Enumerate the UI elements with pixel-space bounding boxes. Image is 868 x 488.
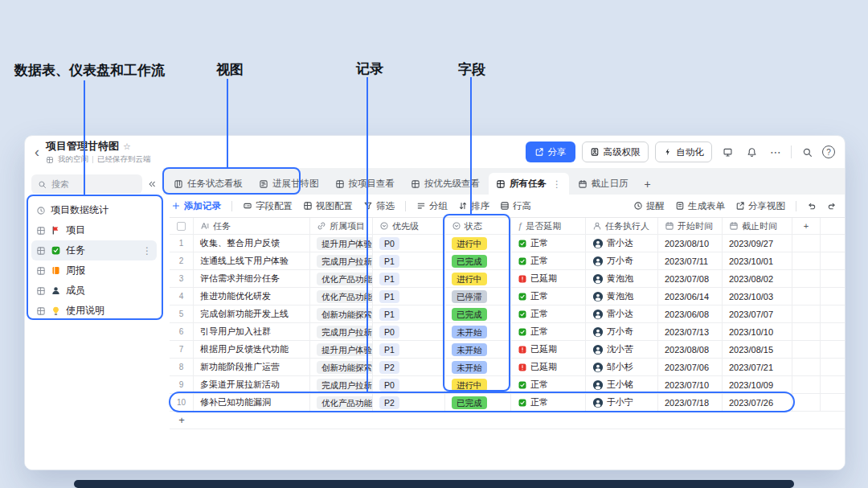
row-number[interactable]: 10 — [170, 394, 194, 411]
row-number[interactable]: 5 — [170, 306, 194, 322]
delayed-cell[interactable]: 正常 — [511, 394, 586, 411]
delayed-cell[interactable]: 正常 — [511, 306, 586, 322]
column-header-project[interactable]: 所属项目 — [310, 218, 373, 234]
toolbar-add-record[interactable]: 添加记录 — [171, 200, 221, 212]
row-number[interactable]: 6 — [170, 323, 194, 340]
toolbar-group[interactable]: 分组 — [416, 200, 448, 212]
task-cell[interactable]: 完成创新功能开发上线 — [194, 306, 310, 322]
project-cell[interactable]: 优化产品功能 — [310, 288, 373, 305]
add-view-button[interactable]: + — [637, 173, 658, 195]
view-tab-kanban[interactable]: 任务状态看板 — [166, 173, 250, 195]
end-date-cell[interactable]: 2023/08/15 — [723, 341, 792, 358]
status-cell[interactable]: 已完成 — [445, 252, 511, 269]
table-row[interactable]: 6引导用户加入社群完成用户拉新P0未开始正常万小奇2023/07/132023/… — [170, 323, 845, 341]
toolbar-row-height[interactable]: 行高 — [500, 200, 531, 212]
table-row[interactable]: 4推进功能优化研发优化产品功能P1已停滞正常黄泡泡2023/06/142023/… — [170, 288, 845, 306]
table-row[interactable]: 10修补已知功能漏洞优化产品功能P2已完成正常于小宁2023/07/182023… — [170, 394, 845, 412]
project-cell[interactable]: 创新功能探索 — [310, 306, 373, 322]
more-icon[interactable]: ⋮ — [142, 245, 152, 256]
select-all-cell[interactable] — [170, 218, 194, 234]
more-icon[interactable]: ⋮ — [552, 178, 562, 190]
status-cell[interactable]: 进行中 — [445, 235, 511, 252]
status-cell[interactable]: 已完成 — [445, 394, 511, 411]
start-date-cell[interactable]: 2023/08/10 — [658, 235, 723, 252]
status-cell[interactable]: 已完成 — [445, 306, 511, 322]
project-cell[interactable]: 提升用户体验 — [310, 235, 373, 252]
end-date-cell[interactable]: 2023/10/01 — [723, 252, 792, 269]
row-number[interactable]: 3 — [170, 270, 194, 287]
project-cell[interactable]: 完成用户拉新 — [310, 323, 373, 340]
table-row[interactable]: 8新功能阶段推广运营创新功能探索P2未开始已延期邹小杉2023/07/06202… — [170, 359, 845, 376]
share-button[interactable]: 分享 — [526, 141, 575, 162]
row-number[interactable]: 1 — [170, 235, 194, 252]
end-date-cell[interactable]: 2023/10/03 — [723, 288, 792, 305]
task-cell[interactable]: 新功能阶段推广运营 — [194, 359, 310, 375]
table-row[interactable]: 3评估需求并细分任务优化产品功能P1进行中已延期黄泡泡2023/07/08202… — [170, 270, 845, 288]
priority-cell[interactable]: P0 — [373, 235, 445, 252]
toolbar-generate-form[interactable]: 生成表单 — [675, 200, 725, 212]
help-icon[interactable]: ? — [822, 146, 835, 158]
end-date-cell[interactable]: 2023/08/02 — [723, 270, 792, 287]
delayed-cell[interactable]: 正常 — [511, 252, 586, 269]
table-row[interactable]: 9多渠道开展拉新活动完成用户拉新P0进行中正常王小铭2023/07/102023… — [170, 376, 845, 394]
delayed-cell[interactable]: 正常 — [511, 288, 586, 305]
start-date-cell[interactable]: 2023/06/14 — [658, 288, 723, 305]
column-header-end[interactable]: 截止时间 — [723, 218, 792, 234]
view-tab-by-priority[interactable]: 按优先级查看 — [403, 173, 487, 195]
sidebar-item-tasks[interactable]: 任务⋮ — [31, 240, 157, 260]
project-cell[interactable]: 完成用户拉新 — [310, 252, 373, 269]
task-cell[interactable]: 连通线上线下用户体验 — [194, 252, 310, 269]
start-date-cell[interactable]: 2023/07/18 — [658, 394, 723, 411]
start-date-cell[interactable]: 2023/07/11 — [658, 252, 723, 269]
assignee-cell[interactable]: 黄泡泡 — [586, 288, 658, 305]
toolbar-remind[interactable]: 提醒 — [633, 200, 665, 212]
sidebar-item-guide[interactable]: 使用说明 — [31, 301, 157, 321]
table-row[interactable]: 5完成创新功能开发上线创新功能探索P1已完成正常雷小达2023/06/08202… — [170, 306, 845, 323]
project-cell[interactable]: 优化产品功能 — [310, 394, 373, 411]
start-date-cell[interactable]: 2023/07/06 — [658, 359, 723, 375]
priority-cell[interactable]: P1 — [373, 252, 445, 269]
toolbar-field-config[interactable]: 字段配置 — [243, 200, 293, 212]
priority-cell[interactable]: P1 — [373, 341, 445, 358]
assignee-cell[interactable]: 雷小达 — [586, 306, 658, 322]
column-header-task[interactable]: 任务 — [194, 218, 310, 234]
priority-cell[interactable]: P0 — [373, 376, 445, 393]
checkbox[interactable] — [177, 222, 186, 231]
delayed-cell[interactable]: 正常 — [511, 323, 586, 340]
project-cell[interactable]: 完成用户拉新 — [310, 376, 373, 393]
row-number[interactable]: 8 — [170, 359, 194, 375]
assignee-cell[interactable]: 沈小苦 — [586, 341, 658, 358]
sidebar-item-projects[interactable]: 项目 — [31, 220, 157, 240]
sidebar-item-stats[interactable]: 项目数据统计 — [31, 200, 157, 220]
add-row-button[interactable]: + — [170, 412, 194, 429]
task-cell[interactable]: 推进功能优化研发 — [194, 288, 310, 305]
priority-cell[interactable]: P1 — [373, 288, 445, 305]
status-cell[interactable]: 未开始 — [445, 359, 511, 375]
assignee-cell[interactable]: 王小铭 — [586, 376, 658, 393]
table-row[interactable]: 1收集、整合用户反馈提升用户体验P0进行中正常雷小达2023/08/102023… — [170, 235, 845, 252]
assignee-cell[interactable]: 雷小达 — [586, 235, 658, 252]
status-cell[interactable]: 进行中 — [445, 376, 511, 393]
delayed-cell[interactable]: 已延期 — [511, 341, 586, 358]
row-number[interactable]: 7 — [170, 341, 194, 358]
table-row[interactable]: 2连通线上线下用户体验完成用户拉新P1已完成正常万小奇2023/07/11202… — [170, 252, 845, 270]
toolbar-sort[interactable]: 排序 — [458, 200, 489, 212]
project-cell[interactable]: 优化产品功能 — [310, 270, 373, 287]
view-tab-calendar[interactable]: 截止日历 — [571, 173, 636, 195]
priority-cell[interactable]: P1 — [373, 270, 445, 287]
assignee-cell[interactable]: 于小宁 — [586, 394, 658, 411]
priority-cell[interactable]: P0 — [373, 323, 445, 340]
assignee-cell[interactable]: 万小奇 — [586, 252, 658, 269]
delayed-cell[interactable]: 正常 — [511, 235, 586, 252]
toolbar-redo[interactable] — [827, 201, 837, 211]
automation-button[interactable]: 自动化 — [655, 141, 713, 162]
row-number[interactable]: 4 — [170, 288, 194, 305]
column-header-status[interactable]: 状态 — [445, 218, 511, 234]
column-header-priority[interactable]: 优先级 — [373, 218, 445, 234]
back-button[interactable]: ‹ — [35, 145, 39, 159]
advanced-permission-button[interactable]: 高级权限 — [582, 141, 649, 162]
view-tab-all-tasks[interactable]: 所有任务⋮ — [489, 173, 569, 195]
end-date-cell[interactable]: 2023/07/26 — [723, 394, 792, 411]
task-cell[interactable]: 引导用户加入社群 — [194, 323, 310, 340]
start-date-cell[interactable]: 2023/06/08 — [658, 306, 723, 322]
